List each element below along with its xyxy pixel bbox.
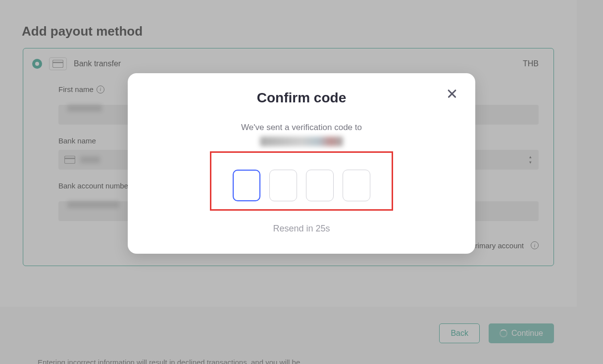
close-icon[interactable] xyxy=(446,87,458,100)
modal-title: Confirm code xyxy=(148,90,455,106)
modal-destination-blurred xyxy=(260,136,343,146)
code-digit-1[interactable] xyxy=(233,170,260,201)
code-digit-4[interactable] xyxy=(343,170,370,201)
code-digit-3[interactable] xyxy=(306,170,334,201)
resend-text: Resend in 25s xyxy=(148,224,455,234)
code-input-group xyxy=(210,151,393,211)
code-digit-2[interactable] xyxy=(269,170,297,201)
modal-overlay: Confirm code We've sent a verification c… xyxy=(0,0,603,364)
confirm-code-modal: Confirm code We've sent a verification c… xyxy=(128,73,475,254)
modal-subtitle: We've sent a verification code to xyxy=(148,123,455,133)
